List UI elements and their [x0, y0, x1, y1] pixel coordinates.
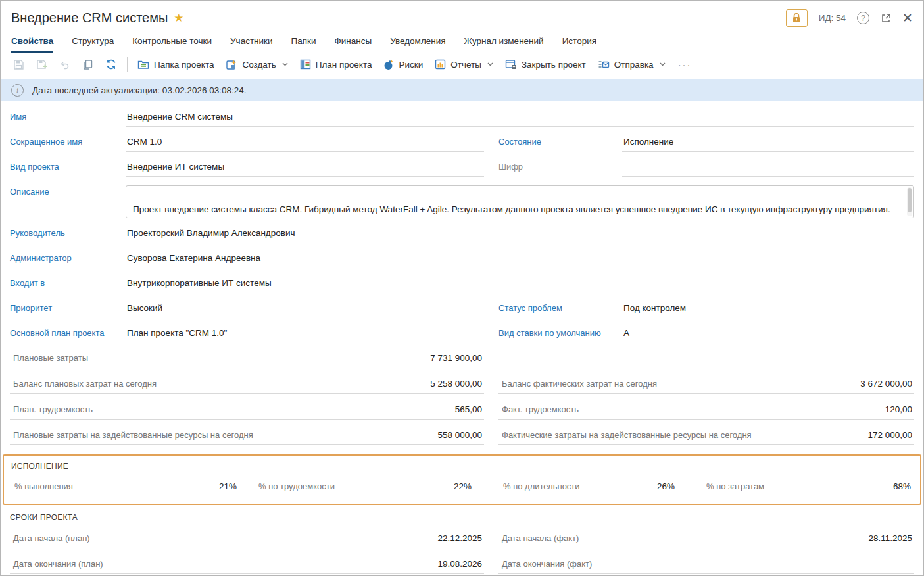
field-label-priority: Приоритет — [10, 302, 126, 318]
actual-resources-row: Фактические затраты на задействованные р… — [498, 429, 914, 445]
state-field[interactable]: Исполнение — [622, 135, 914, 152]
description-field[interactable]: Проект внедрение системы класса CRM. Гиб… — [126, 185, 914, 218]
close-icon[interactable]: ✕ — [902, 12, 913, 24]
planned-effort-value: 565,00 — [455, 404, 482, 414]
field-label-administrator-link[interactable]: Администратор — [10, 252, 126, 268]
cipher-field[interactable] — [622, 160, 914, 177]
send-icon — [598, 60, 610, 70]
problem-status-field[interactable]: Под контролем — [622, 302, 914, 318]
tab-notifications[interactable]: Уведомления — [390, 36, 445, 53]
effort-percent-row: % по трудоемкости 22% — [255, 480, 474, 496]
send-label: Отправка — [614, 60, 654, 70]
short-name-field[interactable]: CRM 1.0 — [126, 135, 484, 152]
page-title: Внедрение CRM системы — [11, 11, 168, 26]
header: Внедрение CRM системы ★ ИД: 54 ? ✕ — [1, 1, 923, 27]
reports-button[interactable]: Отчеты — [429, 56, 499, 73]
field-label-member-of: Входит в — [10, 277, 126, 293]
start-date-fact-row: Дата начала (факт) 28.11.2025 — [498, 532, 914, 548]
actual-effort-label: Факт. трудоемкость — [502, 404, 579, 414]
create-icon — [226, 59, 237, 70]
close-project-icon — [505, 59, 517, 70]
completion-percent-row: % выполнения 21% — [11, 480, 239, 496]
member-of-field[interactable]: Внутрикорпоративные ИТ системы — [126, 277, 914, 293]
lock-button[interactable] — [786, 9, 808, 27]
project-plan-label: План проекта — [316, 60, 372, 70]
end-date-plan-value: 19.08.2026 — [437, 559, 482, 569]
execution-section: ИСПОЛНЕНИЕ % выполнения 21% % по трудоем… — [3, 454, 921, 505]
administrator-field[interactable]: Суворова Екатерина Андреевна — [126, 252, 914, 268]
duration-percent-row: % по длительности 26% — [500, 480, 677, 496]
project-kind-field[interactable]: Внедрение ИТ системы — [126, 160, 484, 177]
main-plan-field[interactable]: План проекта "CRM 1.0" — [126, 327, 484, 343]
field-label-problem-status: Статус проблем — [498, 302, 622, 318]
reports-label: Отчеты — [450, 60, 481, 70]
project-folder-button[interactable]: Папка проекта — [132, 56, 220, 73]
priority-field[interactable]: Высокий — [126, 302, 484, 318]
favorite-star-icon[interactable]: ★ — [174, 11, 183, 25]
more-actions-button[interactable]: ··· — [671, 59, 698, 70]
start-date-plan-value: 22.12.2025 — [437, 533, 482, 543]
planned-costs-value: 7 731 900,00 — [430, 353, 482, 363]
risks-button[interactable]: Риски — [377, 56, 429, 74]
costs-percent-row: % по затратам 68% — [703, 480, 913, 496]
refresh-button[interactable] — [99, 55, 123, 74]
save-button[interactable] — [7, 56, 30, 74]
actual-resources-value: 172 000,00 — [867, 430, 912, 440]
name-field[interactable]: Внедрение CRM системы — [126, 110, 914, 127]
tab-properties[interactable]: Свойства — [11, 36, 53, 53]
planned-costs-row: Плановые затраты 7 731 900,00 — [10, 352, 484, 368]
create-label: Создать — [242, 60, 276, 70]
tab-history[interactable]: История — [562, 36, 596, 53]
create-button[interactable]: Создать — [220, 56, 293, 74]
info-icon: i — [11, 84, 24, 97]
end-date-plan-row: Дата окончания (план) 19.08.2026 — [10, 558, 484, 574]
planned-effort-label: План. трудоемкость — [13, 404, 93, 414]
start-date-plan-row: Дата начала (план) 22.12.2025 — [10, 532, 484, 548]
tab-finances[interactable]: Финансы — [334, 36, 372, 53]
folder-icon — [137, 59, 149, 70]
field-label-manager: Руководитель — [10, 227, 126, 243]
effort-percent-value: 22% — [454, 481, 472, 491]
last-update-banner: i Дата последней актуализации: 03.02.202… — [1, 79, 923, 101]
tab-folders[interactable]: Папки — [291, 36, 316, 53]
project-plan-button[interactable]: План проекта — [294, 56, 378, 73]
send-button[interactable]: Отправка — [592, 57, 671, 73]
close-project-button[interactable]: Закрыть проект — [499, 56, 592, 73]
bomb-icon — [383, 59, 394, 70]
actual-balance-row: Баланс фактических затрат на сегодня 3 6… — [498, 377, 914, 394]
completion-percent-value: 21% — [219, 481, 237, 491]
costs-percent-value: 68% — [893, 481, 911, 491]
end-date-fact-label: Дата окончания (факт) — [502, 559, 592, 569]
field-label-main-plan: Основной план проекта — [10, 327, 126, 343]
last-update-text: Дата последней актуализации: 03.02.2026 … — [32, 85, 247, 95]
field-label-state: Состояние — [498, 135, 622, 152]
actual-balance-label: Баланс фактических затрат на сегодня — [502, 379, 657, 389]
actual-effort-row: Факт. трудоемкость 120,00 — [498, 403, 914, 420]
default-rate-field[interactable]: A — [622, 327, 914, 343]
description-text: Проект внедрение системы класса CRM. Гиб… — [133, 204, 890, 218]
record-id-badge: ИД: 54 — [819, 13, 846, 23]
open-in-new-window-icon[interactable] — [881, 13, 891, 24]
help-icon[interactable]: ? — [857, 12, 869, 24]
risks-label: Риски — [399, 60, 423, 70]
toolbar-separator — [127, 57, 128, 72]
chevron-down-icon — [660, 62, 666, 66]
tab-participants[interactable]: Участники — [230, 36, 273, 53]
save-and-close-button[interactable] — [30, 56, 53, 74]
tab-change-log[interactable]: Журнал изменений — [464, 36, 544, 53]
timeline-section-title: СРОКИ ПРОЕКТА — [10, 513, 914, 522]
copy-button[interactable] — [76, 56, 99, 74]
tab-milestones[interactable]: Контрольные точки — [132, 36, 212, 53]
undo-button[interactable] — [53, 56, 76, 74]
start-date-plan-label: Дата начала (план) — [13, 533, 90, 543]
tab-structure[interactable]: Структура — [72, 36, 114, 53]
start-date-fact-label: Дата начала (факт) — [502, 533, 579, 543]
actual-resources-label: Фактические затраты на задействованные р… — [502, 430, 752, 440]
properties-form: Имя Внедрение CRM системы Сокращенное им… — [1, 101, 923, 574]
field-label-short-name: Сокращенное имя — [10, 135, 126, 152]
project-card-window: Внедрение CRM системы ★ ИД: 54 ? ✕ Свойс… — [0, 0, 924, 576]
completion-percent-label: % выполнения — [14, 481, 73, 491]
manager-field[interactable]: Проекторский Владимир Александрович — [126, 227, 914, 243]
description-scrollbar[interactable] — [907, 187, 912, 216]
execution-section-title: ИСПОЛНЕНИЕ — [11, 462, 913, 471]
